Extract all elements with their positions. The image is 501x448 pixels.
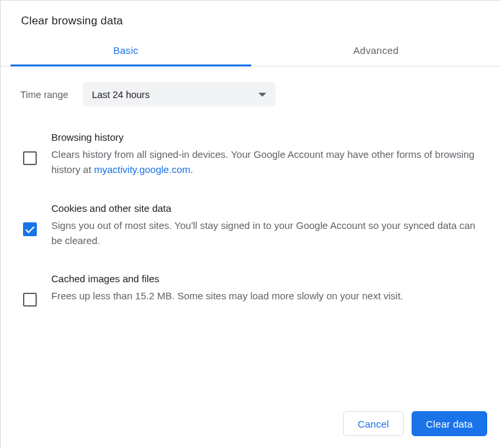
option-text: Cookies and other site data Signs you ou… <box>51 203 488 249</box>
option-desc: Clears history from all signed-in device… <box>51 147 488 178</box>
myactivity-link[interactable]: myactivity.google.com <box>94 164 190 175</box>
tab-basic[interactable]: Basic <box>1 45 251 66</box>
checkbox-browsing-history[interactable] <box>23 151 37 165</box>
tab-advanced[interactable]: Advanced <box>251 45 502 66</box>
time-range-label: Time range <box>20 89 68 100</box>
option-cookies: Cookies and other site data Signs you ou… <box>20 203 488 249</box>
time-range-row: Time range Last 24 hours <box>20 82 488 107</box>
option-text: Cached images and files Frees up less th… <box>51 273 488 303</box>
dialog-content: Time range Last 24 hours Browsing histor… <box>1 66 501 411</box>
clear-browsing-data-dialog: Clear browsing data Basic Advanced Time … <box>0 0 501 448</box>
checkbox-cookies[interactable] <box>23 222 37 236</box>
option-title: Browsing history <box>51 132 488 143</box>
option-desc: Frees up less than 15.2 MB. Some sites m… <box>51 288 488 303</box>
tabs: Basic Advanced <box>1 45 501 66</box>
option-desc: Signs you out of most sites. You'll stay… <box>51 218 488 249</box>
option-cache: Cached images and files Frees up less th… <box>20 273 488 307</box>
option-text: Browsing history Clears history from all… <box>51 132 488 178</box>
dialog-title: Clear browsing data <box>1 1 501 28</box>
option-desc-after: . <box>190 164 193 175</box>
option-browsing-history: Browsing history Clears history from all… <box>20 132 488 178</box>
cancel-button[interactable]: Cancel <box>343 411 404 436</box>
dialog-footer: Cancel Clear data <box>1 411 501 448</box>
clear-data-button[interactable]: Clear data <box>412 411 487 436</box>
time-range-value: Last 24 hours <box>92 89 150 100</box>
option-title: Cached images and files <box>51 273 488 284</box>
checkbox-cache[interactable] <box>23 293 37 307</box>
chevron-down-icon <box>258 93 266 97</box>
time-range-select[interactable]: Last 24 hours <box>83 82 275 107</box>
option-title: Cookies and other site data <box>51 203 488 214</box>
